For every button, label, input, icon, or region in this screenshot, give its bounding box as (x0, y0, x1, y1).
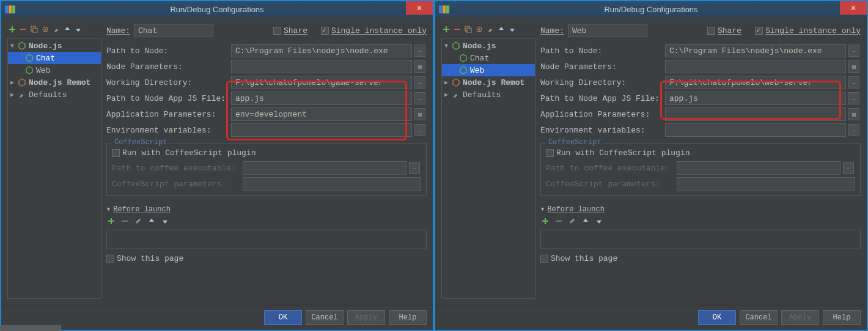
help-button[interactable]: Help (823, 310, 861, 325)
tree-node-nodejs[interactable]: ▼ Node.js (8, 40, 101, 52)
single-instance-checkbox[interactable]: Single instance only (321, 26, 427, 35)
working-dir-input[interactable] (231, 76, 412, 89)
browse-button[interactable]: … (848, 76, 859, 89)
app-logo (435, 5, 453, 13)
expand-arrow-icon[interactable]: ▶ (444, 79, 452, 86)
browse-button[interactable]: … (414, 76, 425, 89)
move-down-icon[interactable] (160, 216, 170, 226)
remove-icon[interactable] (452, 24, 462, 34)
single-instance-checkbox[interactable]: Single instance only (755, 26, 861, 35)
name-input[interactable] (134, 24, 213, 37)
name-input[interactable] (568, 24, 647, 37)
apply-button[interactable]: Apply (781, 310, 819, 325)
expand-arrow-icon[interactable]: ▼ (444, 43, 452, 49)
tree-item[interactable]: Web (442, 64, 535, 76)
name-label: Name: (540, 26, 564, 35)
env-vars-input[interactable] (231, 123, 412, 137)
coffee-run-checkbox[interactable]: Run with CoffeeScript plugin (546, 148, 855, 158)
move-up-icon[interactable] (62, 24, 72, 34)
tree-node-remote[interactable]: ▶ Node.js Remot (8, 76, 101, 89)
remove-icon[interactable] (120, 216, 130, 226)
browse-button[interactable]: … (414, 124, 425, 136)
app-js-input[interactable] (665, 92, 846, 105)
before-launch-list[interactable] (106, 230, 427, 249)
copy-icon[interactable] (29, 24, 39, 34)
add-icon[interactable] (441, 24, 451, 34)
browse-button[interactable]: … (848, 45, 859, 57)
app-js-input[interactable] (231, 92, 412, 105)
expand-button[interactable]: ▤ (414, 60, 425, 73)
expand-button[interactable]: ▤ (848, 108, 859, 120)
browse-button[interactable]: … (848, 92, 859, 104)
app-params-input[interactable] (665, 107, 846, 121)
remove-icon[interactable] (554, 216, 564, 226)
config-tree[interactable]: ▼ Node.js Chat Web ▶ (7, 38, 101, 299)
coffee-exec-label: Path to coffee executable: (546, 164, 674, 173)
browse-button[interactable]: … (843, 162, 854, 174)
expand-arrow-icon[interactable]: ▶ (444, 91, 452, 98)
dialog-button-bar: OK Cancel Apply Help (1, 305, 433, 330)
move-down-icon[interactable] (507, 24, 517, 34)
ok-button[interactable]: OK (264, 310, 302, 325)
wrench-icon[interactable] (51, 24, 61, 34)
path-to-node-input[interactable] (665, 44, 846, 57)
move-up-icon[interactable] (581, 216, 590, 226)
node-params-label: Node Parameters: (106, 61, 229, 73)
move-up-icon[interactable] (147, 216, 156, 226)
node-params-input[interactable] (665, 60, 846, 73)
tree-node-defaults[interactable]: ▶ Defaults (442, 89, 535, 101)
edit-icon[interactable] (567, 216, 577, 226)
show-page-checkbox[interactable]: Show this page (106, 254, 427, 263)
add-icon[interactable] (106, 216, 116, 226)
add-icon[interactable] (540, 216, 550, 226)
apply-button[interactable]: Apply (347, 310, 385, 325)
browse-button[interactable]: … (414, 92, 425, 104)
close-button[interactable]: × (406, 1, 433, 15)
expand-arrow-icon[interactable]: ▶ (10, 79, 18, 86)
move-down-icon[interactable] (594, 216, 604, 226)
working-dir-input[interactable] (665, 76, 846, 89)
expand-button[interactable]: ▤ (848, 60, 859, 73)
env-vars-input[interactable] (665, 123, 846, 137)
share-checkbox[interactable]: Share (273, 26, 307, 35)
path-to-node-input[interactable] (231, 44, 412, 57)
expand-arrow-icon[interactable]: ▼ (10, 43, 18, 49)
before-launch-toggle[interactable]: ▾ Before launch (540, 205, 861, 214)
tree-node-nodejs[interactable]: ▼ Node.js (442, 40, 535, 52)
cancel-button[interactable]: Cancel (740, 310, 778, 325)
tree-item[interactable]: Chat (442, 52, 535, 64)
edit-icon[interactable] (133, 216, 143, 226)
before-launch-list[interactable] (540, 230, 861, 249)
cancel-button[interactable]: Cancel (306, 310, 344, 325)
remove-icon[interactable] (18, 24, 28, 34)
browse-button[interactable]: … (848, 124, 859, 136)
share-checkbox[interactable]: Share (707, 26, 741, 35)
tree-item[interactable]: Chat (8, 52, 101, 64)
browse-button[interactable]: … (414, 45, 425, 57)
tree-node-remote[interactable]: ▶ Node.js Remot (442, 76, 535, 89)
show-page-checkbox[interactable]: Show this page (540, 254, 861, 263)
expand-button[interactable]: ▤ (414, 108, 425, 120)
move-down-icon[interactable] (73, 24, 83, 34)
expand-arrow-icon[interactable]: ▶ (10, 91, 18, 98)
before-launch-toggle[interactable]: ▾ Before launch (106, 205, 427, 214)
help-button[interactable]: Help (389, 310, 427, 325)
coffee-run-checkbox[interactable]: Run with CoffeeScript plugin (112, 148, 421, 158)
tree-item[interactable]: Web (8, 64, 101, 76)
close-button[interactable]: × (840, 1, 867, 15)
titlebar[interactable]: Run/Debug Configurations × (1, 1, 433, 17)
settings-icon[interactable] (40, 24, 50, 34)
browse-button[interactable]: … (409, 162, 420, 174)
wrench-icon[interactable] (485, 24, 495, 34)
ok-button[interactable]: OK (698, 310, 736, 325)
app-params-input[interactable] (231, 107, 412, 121)
add-icon[interactable] (7, 24, 17, 34)
tree-node-defaults[interactable]: ▶ Defaults (8, 89, 101, 101)
copy-icon[interactable] (463, 24, 473, 34)
window-title: Run/Debug Configurations (170, 5, 263, 14)
titlebar[interactable]: Run/Debug Configurations × (435, 1, 867, 17)
move-up-icon[interactable] (496, 24, 506, 34)
settings-icon[interactable] (474, 24, 484, 34)
node-params-input[interactable] (231, 60, 412, 73)
config-tree[interactable]: ▼ Node.js Chat Web ▶ (441, 38, 535, 299)
